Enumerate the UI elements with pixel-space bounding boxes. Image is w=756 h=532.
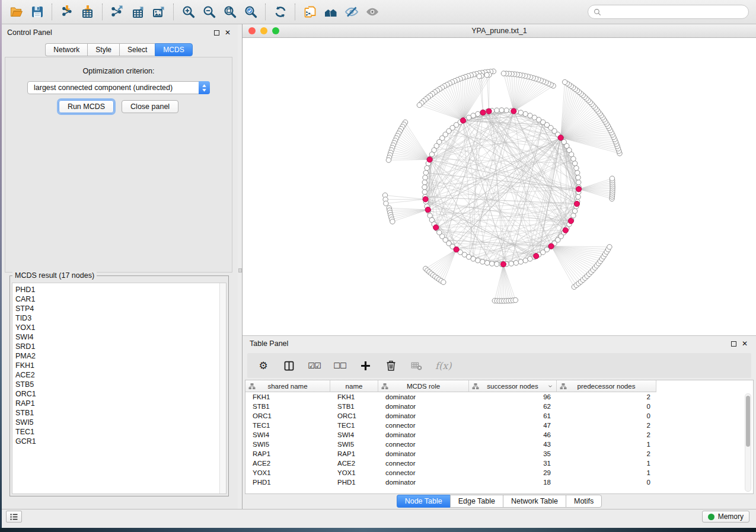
open-session-button[interactable] [7, 3, 25, 21]
table-row[interactable]: SWI4SWI4dominator462 [245, 430, 753, 440]
table-row[interactable]: ACE2ACE2connector311 [245, 459, 753, 468]
zoom-in-button[interactable] [179, 3, 197, 21]
table-row[interactable]: FKH1FKH1dominator962 [245, 392, 753, 402]
table-scrollbar[interactable] [745, 393, 751, 492]
table-row[interactable]: YOX1YOX1connector291 [245, 468, 753, 477]
delete-table-button[interactable] [410, 358, 423, 373]
close-panel-icon[interactable]: ✕ [225, 29, 231, 36]
column-header-name[interactable]: name [330, 380, 378, 392]
mcds-result-list[interactable]: PHD1CAR1STP4TID3YOX1SWI4SRD1PMA2FKH1ACE2… [12, 283, 227, 494]
table-row[interactable]: TEC1TEC1connector472 [245, 421, 753, 430]
column-header-predecessor-nodes[interactable]: predecessor nodes [557, 380, 656, 392]
mcds-result-item[interactable]: TEC1 [12, 427, 226, 437]
mcds-result-item[interactable]: STB5 [12, 380, 226, 389]
delete-column-button[interactable] [384, 358, 397, 373]
refresh-icon [273, 5, 288, 19]
search-box[interactable] [588, 5, 749, 19]
table-cell: 1 [557, 440, 656, 449]
duplicate-network-button[interactable] [301, 3, 319, 21]
mcds-result-item[interactable]: SWI4 [12, 332, 226, 342]
float-panel-icon[interactable] [214, 30, 219, 36]
refresh-button[interactable] [271, 3, 289, 21]
table-panel-title: Table Panel [250, 339, 288, 348]
new-column-button[interactable] [359, 358, 372, 373]
table-cell: 18 [469, 477, 557, 487]
column-header-shared-name[interactable]: shared name [245, 380, 330, 392]
table-cell: SWI5 [330, 440, 378, 449]
table-row[interactable]: PHD1PHD1dominator180 [245, 477, 753, 487]
export-table-button[interactable] [129, 3, 147, 21]
export-network-button[interactable] [108, 3, 126, 21]
mcds-result-item[interactable]: TID3 [12, 313, 226, 323]
deselect-all-button[interactable]: ☐☐ [333, 358, 346, 373]
mcds-result-item[interactable]: STB1 [12, 408, 226, 418]
search-input[interactable] [604, 7, 743, 17]
mcds-result-item[interactable]: SWI5 [12, 418, 226, 427]
status-bar: Memory [0, 509, 756, 524]
table-row[interactable]: RAP1RAP1dominator352 [245, 449, 753, 459]
zoom-out-button[interactable] [200, 3, 218, 21]
table-cell: YOX1 [245, 468, 330, 477]
hide-selected-button[interactable] [342, 3, 361, 21]
tab-edge-table[interactable]: Edge Table [450, 495, 503, 508]
tab-motifs[interactable]: Motifs [566, 495, 602, 508]
mcds-result-item[interactable]: YOX1 [12, 323, 226, 332]
table-row[interactable]: ORC1ORC1dominator610 [245, 411, 753, 421]
table-scrollbar-thumb[interactable] [746, 396, 750, 447]
tab-node-table[interactable]: Node Table [397, 495, 450, 508]
mcds-result-item[interactable]: ACE2 [12, 370, 226, 380]
mcds-result-item[interactable]: PMA2 [12, 351, 226, 361]
duplicate-network-icon [303, 5, 317, 19]
import-network-button[interactable] [58, 3, 76, 21]
select-all-button[interactable]: ☑☑ [308, 358, 321, 373]
mcds-result-item[interactable]: FKH1 [12, 361, 226, 370]
sort-chevron-down-icon[interactable] [547, 383, 553, 389]
table-cell: connector [378, 440, 469, 449]
float-table-panel-icon[interactable] [731, 341, 736, 347]
tab-network-table[interactable]: Network Table [503, 495, 566, 508]
close-panel-button[interactable]: Close panel [122, 100, 178, 113]
function-builder-button[interactable]: f(x) [435, 358, 451, 373]
show-all-button[interactable] [363, 3, 381, 21]
zoom-selected-button[interactable] [241, 3, 260, 21]
mcds-result-item[interactable]: GCR1 [12, 437, 226, 446]
mcds-result-item[interactable]: RAP1 [12, 399, 226, 408]
toolbar-separator [173, 4, 174, 20]
zoom-out-icon [202, 5, 216, 19]
zoom-fit-button[interactable] [221, 3, 239, 21]
mcds-result-item[interactable]: PHD1 [12, 285, 226, 294]
optimization-select[interactable]: largest connected component (undirected) [27, 81, 210, 94]
export-image-button[interactable] [149, 3, 168, 21]
import-table-button[interactable] [78, 3, 97, 21]
network-graph[interactable] [243, 38, 756, 335]
show-columns-button[interactable] [282, 358, 295, 373]
table-cell: dominator [378, 411, 469, 421]
close-table-panel-icon[interactable]: ✕ [742, 340, 748, 347]
table-row[interactable]: STB1STB1dominator620 [245, 402, 753, 411]
mcds-result-item[interactable]: CAR1 [12, 294, 226, 304]
tab-select[interactable]: Select [119, 43, 155, 56]
table-mode-button[interactable]: ⚙ [257, 358, 270, 373]
tab-network[interactable]: Network [45, 43, 87, 56]
panel-splitter[interactable] [238, 24, 243, 513]
export-network-icon [110, 5, 125, 19]
run-mcds-button[interactable]: Run MCDS [59, 100, 114, 113]
first-neighbors-button[interactable] [321, 3, 340, 21]
tab-style[interactable]: Style [87, 43, 119, 56]
mcds-result-item[interactable]: SRD1 [12, 342, 226, 351]
splitter-grip-icon[interactable] [238, 268, 242, 273]
tab-mcds[interactable]: MCDS [155, 43, 192, 56]
column-header-successor-nodes[interactable]: successor nodes [469, 380, 557, 392]
table-cell: dominator [378, 392, 469, 402]
memory-button[interactable]: Memory [702, 511, 749, 523]
mcds-result-scrollbar[interactable] [219, 283, 226, 493]
network-canvas[interactable] [243, 38, 756, 335]
table-row[interactable]: SWI5SWI5connector431 [245, 440, 753, 449]
show-panels-button[interactable] [6, 511, 22, 523]
mcds-result-item[interactable]: STP4 [12, 304, 226, 313]
memory-label: Memory [718, 512, 744, 521]
mcds-result-item[interactable]: ORC1 [12, 389, 226, 399]
column-header-MCDS-role[interactable]: MCDS role [378, 380, 469, 392]
save-session-button[interactable] [28, 3, 46, 21]
mcds-buttons: Run MCDS Close panel [5, 100, 232, 113]
